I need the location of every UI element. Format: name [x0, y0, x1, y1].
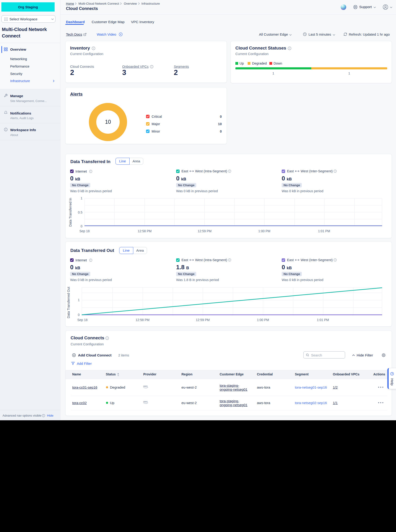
svg-text:aws: aws: [143, 385, 148, 387]
svg-text:aws: aws: [143, 400, 148, 403]
